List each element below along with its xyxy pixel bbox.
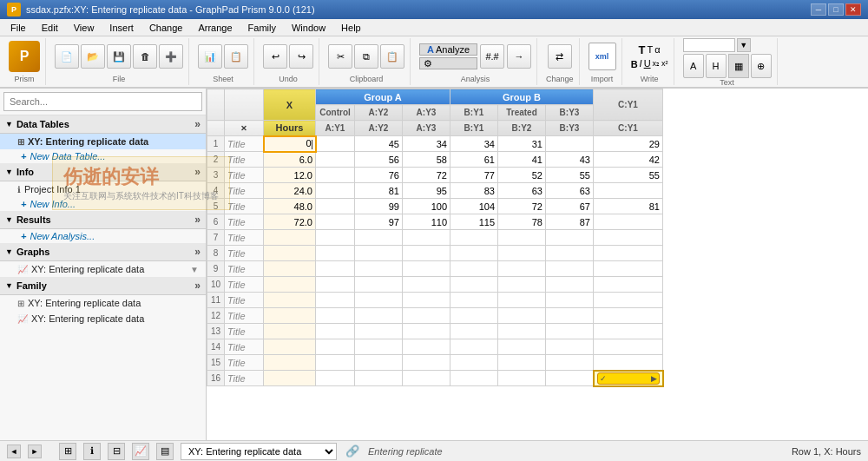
- sidebar-item-family-2[interactable]: 📈 XY: Entering replicate data: [0, 311, 206, 326]
- sheet-dropdown[interactable]: XY: Entering replicate data: [181, 443, 337, 460]
- ay1-cell[interactable]: [316, 355, 355, 371]
- row-title[interactable]: Title: [225, 339, 264, 355]
- grid-wrapper[interactable]: X Group A Group B C:Y1 Control A:Y2 A:Y3…: [207, 89, 868, 440]
- sidebar-item-family-1[interactable]: ⊞ XY: Entering replicate data: [0, 295, 206, 311]
- nav-prev-button[interactable]: ◄: [7, 445, 21, 458]
- copy-button[interactable]: ⧉: [354, 44, 378, 69]
- transform-button[interactable]: ⚙: [419, 57, 477, 69]
- sidebar-new-analysis[interactable]: + New Analysis...: [0, 229, 206, 243]
- ay2-cell[interactable]: [355, 308, 403, 324]
- sidebar-section-results[interactable]: ▼ Results »: [0, 211, 206, 229]
- ay3-cell[interactable]: 95: [403, 183, 450, 199]
- row-title[interactable]: Title: [225, 136, 264, 152]
- by2-cell[interactable]: [498, 246, 546, 261]
- search-input[interactable]: [3, 92, 202, 111]
- ay2-cell[interactable]: 56: [355, 152, 403, 168]
- by2-cell[interactable]: [498, 277, 546, 293]
- x-cell[interactable]: [264, 230, 316, 246]
- cy1-header[interactable]: C:Y1: [594, 89, 663, 121]
- ay3-cell[interactable]: [403, 261, 450, 277]
- ay3-cell[interactable]: [403, 324, 450, 339]
- by1-cell[interactable]: 115: [450, 214, 498, 230]
- cy1-cell[interactable]: [594, 246, 663, 261]
- row-title[interactable]: Title: [225, 214, 264, 230]
- cy1-cell[interactable]: [594, 183, 663, 199]
- delete-button[interactable]: 🗑: [133, 44, 157, 69]
- by2-cell[interactable]: 52: [498, 168, 546, 183]
- x-cell[interactable]: 48.0: [264, 199, 316, 214]
- sidebar-item-xy-entering[interactable]: ⊞ XY: Entering replicate data: [0, 134, 206, 149]
- x-cell[interactable]: 12.0: [264, 168, 316, 183]
- text-color-btn[interactable]: A: [683, 54, 704, 78]
- by1-cell[interactable]: [450, 324, 498, 339]
- cy1-cell[interactable]: [594, 277, 663, 293]
- by3-cell[interactable]: [546, 324, 594, 339]
- sidebar-item-project-info[interactable]: ℹ Project Info 1: [0, 181, 206, 197]
- ay3-cell[interactable]: 72: [403, 168, 450, 183]
- by3-cell[interactable]: 55: [546, 168, 594, 183]
- analyze-button[interactable]: AAnalyze: [419, 43, 477, 56]
- ay2-cell[interactable]: [355, 246, 403, 261]
- ay2-cell[interactable]: 99: [355, 199, 403, 214]
- x-cell[interactable]: 6.0: [264, 152, 316, 168]
- ay1-cell[interactable]: [316, 199, 355, 214]
- sheet-view-button[interactable]: ⊞: [59, 443, 76, 460]
- by2-cell[interactable]: [498, 293, 546, 308]
- ay3-cell[interactable]: 110: [403, 214, 450, 230]
- x-cell[interactable]: [264, 261, 316, 277]
- ay3-sub-header[interactable]: A:Y3: [403, 121, 450, 136]
- layout-button[interactable]: ▤: [156, 443, 174, 460]
- menu-edit[interactable]: Edit: [35, 21, 65, 35]
- by3-cell[interactable]: 43: [546, 152, 594, 168]
- cy1-cell[interactable]: 81: [594, 199, 663, 214]
- sidebar-item-graphs-xy[interactable]: 📈 XY: Entering replicate data ▼: [0, 261, 206, 277]
- ay2-cell[interactable]: [355, 293, 403, 308]
- highlight-btn[interactable]: H: [706, 54, 727, 78]
- x-cell[interactable]: [264, 355, 316, 371]
- x-cell[interactable]: 72.0: [264, 214, 316, 230]
- ay2-cell[interactable]: [355, 277, 403, 293]
- ay1-cell[interactable]: [316, 246, 355, 261]
- by2-cell[interactable]: 63: [498, 183, 546, 199]
- by3-cell[interactable]: 87: [546, 214, 594, 230]
- ay1-cell[interactable]: [316, 277, 355, 293]
- row-title[interactable]: Title: [225, 246, 264, 261]
- add-results-icon[interactable]: »: [194, 214, 201, 226]
- ay1-cell[interactable]: [316, 261, 355, 277]
- by1-cell[interactable]: [450, 261, 498, 277]
- row-title[interactable]: Title: [225, 324, 264, 339]
- x-col-header[interactable]: X: [264, 89, 316, 121]
- by3-cell[interactable]: 67: [546, 199, 594, 214]
- bold-btn[interactable]: B: [631, 57, 638, 70]
- text-btn2[interactable]: ⊕: [751, 54, 772, 78]
- by2-cell[interactable]: 41: [498, 152, 546, 168]
- row-title[interactable]: Title: [225, 308, 264, 324]
- xml-import-button[interactable]: xml: [589, 43, 616, 70]
- ay2-cell[interactable]: [355, 261, 403, 277]
- row-title[interactable]: Title: [225, 183, 264, 199]
- x-cell[interactable]: [264, 277, 316, 293]
- new-button[interactable]: 📄: [55, 44, 79, 69]
- cut-button[interactable]: ✂: [328, 44, 352, 69]
- cy1-cell[interactable]: [594, 308, 663, 324]
- row-title[interactable]: Title: [225, 230, 264, 246]
- by1-cell[interactable]: 104: [450, 199, 498, 214]
- row-title[interactable]: Title: [225, 199, 264, 214]
- x-cell[interactable]: [264, 339, 316, 355]
- x-cell[interactable]: [264, 293, 316, 308]
- by3-sub-header[interactable]: B:Y3: [546, 121, 594, 136]
- ay1-cell[interactable]: [316, 136, 355, 152]
- ay3-cell[interactable]: [403, 355, 450, 371]
- sheet-btn-2[interactable]: 📋: [224, 44, 248, 69]
- menu-help[interactable]: Help: [334, 21, 368, 35]
- ay3-cell[interactable]: [403, 308, 450, 324]
- by3-cell[interactable]: [546, 371, 594, 386]
- row-title[interactable]: Title: [225, 355, 264, 371]
- redo-button[interactable]: ↪: [289, 44, 313, 69]
- row-title[interactable]: Title: [225, 293, 264, 308]
- cy1-cell[interactable]: 29: [594, 136, 663, 152]
- by1-cell[interactable]: [450, 293, 498, 308]
- by2-cell[interactable]: [498, 230, 546, 246]
- by2-cell[interactable]: [498, 261, 546, 277]
- cy1-cell[interactable]: [594, 355, 663, 371]
